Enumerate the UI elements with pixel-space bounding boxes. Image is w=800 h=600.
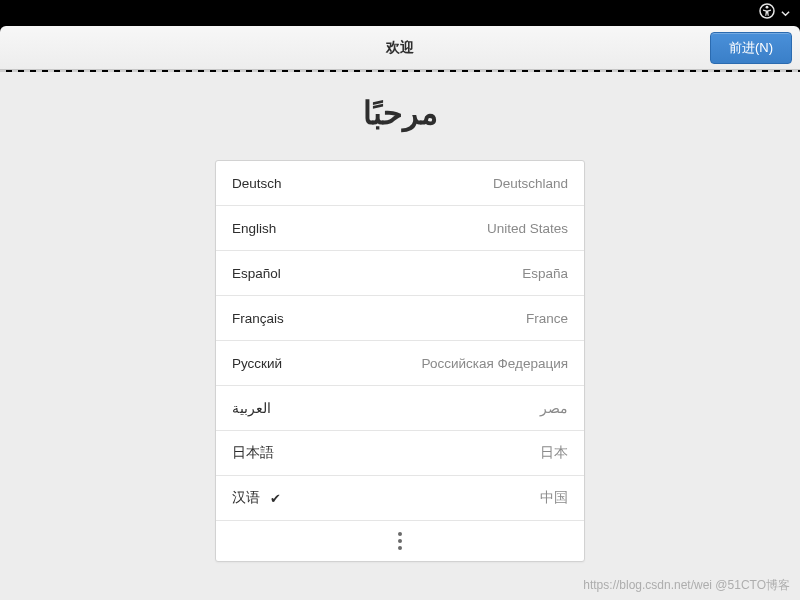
language-name: 汉语 (232, 489, 260, 507)
checkmark-icon: ✔ (270, 491, 281, 506)
language-name: Русский (232, 356, 282, 371)
accessibility-icon[interactable] (759, 3, 775, 23)
language-name-wrap: 汉语✔ (232, 489, 281, 507)
language-name: العربية (232, 400, 271, 416)
language-row[interactable]: 日本語日本 (216, 431, 584, 476)
system-topbar (0, 0, 800, 26)
language-name: Deutsch (232, 176, 282, 191)
language-row[interactable]: العربيةمصر (216, 386, 584, 431)
language-name: Español (232, 266, 281, 281)
language-region: 日本 (540, 444, 568, 462)
language-row[interactable]: РусскийРоссийская Федерация (216, 341, 584, 386)
language-region: United States (487, 221, 568, 236)
language-name-wrap: Español (232, 266, 281, 281)
language-region: España (522, 266, 568, 281)
language-name-wrap: العربية (232, 400, 271, 416)
welcome-heading: مرحبًا (363, 94, 438, 132)
language-region: 中国 (540, 489, 568, 507)
chevron-down-icon[interactable] (781, 4, 790, 22)
language-list: DeutschDeutschlandEnglishUnited StatesEs… (215, 160, 585, 562)
language-region: Deutschland (493, 176, 568, 191)
page-title: 欢迎 (386, 39, 414, 57)
system-tray[interactable] (759, 3, 790, 23)
language-region: مصر (540, 400, 568, 416)
language-region: France (526, 311, 568, 326)
language-name-wrap: Français (232, 311, 284, 326)
svg-point-1 (766, 6, 769, 9)
language-name: Français (232, 311, 284, 326)
language-region: Российская Федерация (422, 356, 568, 371)
content-area: مرحبًا DeutschDeutschlandEnglishUnited S… (0, 72, 800, 600)
more-languages-button[interactable] (216, 521, 584, 561)
language-name-wrap: Deutsch (232, 176, 282, 191)
language-row[interactable]: DeutschDeutschland (216, 161, 584, 206)
more-icon (398, 539, 402, 543)
language-name: English (232, 221, 276, 236)
language-name-wrap: 日本語 (232, 444, 274, 462)
language-row[interactable]: EspañolEspaña (216, 251, 584, 296)
next-button[interactable]: 前进(N) (710, 32, 792, 64)
headerbar: 欢迎 前进(N) (0, 26, 800, 70)
language-name: 日本語 (232, 444, 274, 462)
language-row[interactable]: 汉语✔中国 (216, 476, 584, 521)
language-name-wrap: English (232, 221, 276, 236)
language-row[interactable]: EnglishUnited States (216, 206, 584, 251)
language-name-wrap: Русский (232, 356, 282, 371)
language-row[interactable]: FrançaisFrance (216, 296, 584, 341)
